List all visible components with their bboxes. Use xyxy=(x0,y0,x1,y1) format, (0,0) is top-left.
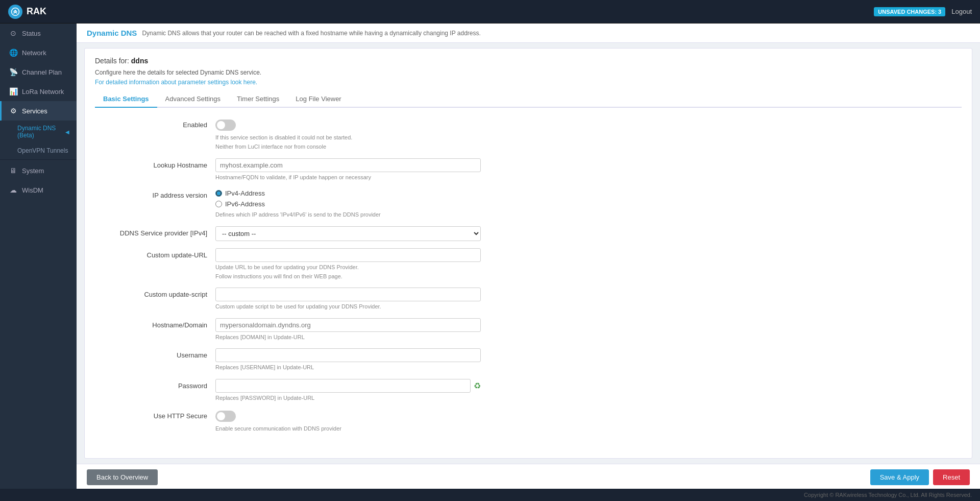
content-area: Dynamic DNS Dynamic DNS allows that your… xyxy=(77,23,980,489)
unsaved-badge: UNSAVED CHANGES: 3 xyxy=(874,7,945,16)
form-row-username: Username Replaces [USERNAME] in Update-U… xyxy=(95,348,962,371)
form-row-custom-url: Custom update-URL Update URL to be used … xyxy=(95,248,962,281)
tab-basic-settings[interactable]: Basic Settings xyxy=(95,91,157,108)
network-icon: 🌐 xyxy=(9,49,18,57)
sidebar-sub-item-dynamic-dns[interactable]: Dynamic DNS (Beta) ◀ xyxy=(0,121,77,143)
app-name: RAK xyxy=(27,6,46,17)
http-secure-toggle[interactable] xyxy=(215,411,236,422)
username-label: Username xyxy=(95,348,207,359)
sidebar-item-channel-plan[interactable]: 📡 Channel Plan xyxy=(0,62,77,82)
sidebar-item-services[interactable]: ⚙ Services xyxy=(0,101,77,121)
form-row-ip-version: IP address version IPv4-Address IPv6-Add… xyxy=(95,188,962,219)
enabled-label: Enabled xyxy=(95,118,207,129)
password-hint: Replaces [PASSWORD] in Update-URL xyxy=(215,394,481,402)
back-to-overview-button[interactable]: Back to Overview xyxy=(87,469,158,485)
config-link[interactable]: For detailed information about parameter… xyxy=(95,79,257,86)
ip-version-radio-group: IPv4-Address IPv6-Address xyxy=(215,189,481,208)
ipv4-radio-label[interactable]: IPv4-Address xyxy=(215,189,481,197)
lookup-hostname-hint: Hostname/FQDN to validate, if IP update … xyxy=(215,174,481,181)
form-row-custom-script: Custom update-script Custom update scrip… xyxy=(95,288,962,311)
tab-timer-settings[interactable]: Timer Settings xyxy=(229,91,287,108)
ddns-provider-label: DDNS Service provider [IPv4] xyxy=(95,226,207,237)
custom-url-label: Custom update-URL xyxy=(95,248,207,259)
sidebar-item-network[interactable]: 🌐 Network xyxy=(0,43,77,62)
main-layout: ⊙ Status 🌐 Network 📡 Channel Plan 📊 LoRa… xyxy=(0,23,980,489)
sidebar-item-lora-network[interactable]: 📊 LoRa Network xyxy=(0,82,77,101)
form-row-ddns-provider: DDNS Service provider [IPv4] -- custom -… xyxy=(95,226,962,241)
custom-script-input[interactable] xyxy=(215,288,481,301)
username-wrap: Replaces [USERNAME] in Update-URL xyxy=(215,348,481,371)
ipv6-radio-label[interactable]: IPv6-Address xyxy=(215,200,481,208)
sidebar-sub-item-openvpn[interactable]: OpenVPN Tunnels xyxy=(0,143,77,158)
enabled-hint2: Neither from LuCI interface nor from con… xyxy=(215,143,481,151)
services-icon: ⚙ xyxy=(9,107,18,115)
custom-script-hint: Custom update script to be used for upda… xyxy=(215,303,481,311)
password-input[interactable] xyxy=(215,379,471,393)
system-icon: 🖥 xyxy=(9,166,18,175)
app-logo: RAK xyxy=(8,5,46,19)
ip-version-label: IP address version xyxy=(95,188,207,199)
form-row-lookup-hostname: Lookup Hostname Hostname/FQDN to validat… xyxy=(95,158,962,181)
tab-log-file-viewer[interactable]: Log File Viewer xyxy=(287,91,349,108)
copyright-text: Copyright © RAKwireless Technology Co., … xyxy=(804,492,972,498)
enabled-wrap: If this service section is disabled it c… xyxy=(215,118,481,151)
enabled-hint1: If this service section is disabled it c… xyxy=(215,134,481,141)
hostname-domain-label: Hostname/Domain xyxy=(95,318,207,329)
sidebar-sub-label-openvpn: OpenVPN Tunnels xyxy=(17,147,68,154)
logo-icon xyxy=(8,5,22,19)
username-input[interactable] xyxy=(215,348,481,362)
hostname-domain-input[interactable] xyxy=(215,318,481,332)
chevron-icon: ◀ xyxy=(65,129,69,135)
sidebar-label-network: Network xyxy=(22,49,46,57)
ipv4-radio[interactable] xyxy=(215,190,222,197)
footer-right: Save & Apply Reset xyxy=(870,469,970,485)
sidebar-label-services: Services xyxy=(22,107,47,115)
logout-button[interactable]: Logout xyxy=(951,8,972,15)
http-secure-label: Use HTTP Secure xyxy=(95,409,207,420)
form-row-http-secure: Use HTTP Secure Enable secure communicat… xyxy=(95,409,962,433)
sidebar-label-system: System xyxy=(22,167,44,175)
ip-version-wrap: IPv4-Address IPv6-Address Defines which … xyxy=(215,188,481,219)
form-row-hostname-domain: Hostname/Domain Replaces [DOMAIN] in Upd… xyxy=(95,318,962,341)
details-name: ddns xyxy=(131,57,148,65)
page-description: Dynamic DNS allows that your router can … xyxy=(142,30,480,37)
lookup-hostname-input[interactable] xyxy=(215,158,481,172)
toggle-slider xyxy=(215,120,236,131)
topbar-right: UNSAVED CHANGES: 3 Logout xyxy=(874,7,972,16)
hostname-domain-hint: Replaces [DOMAIN] in Update-URL xyxy=(215,333,481,341)
page-title: Dynamic DNS xyxy=(87,29,137,37)
ipv6-label: IPv6-Address xyxy=(225,200,265,208)
details-header: Details for: ddns xyxy=(95,57,962,65)
ipv6-radio[interactable] xyxy=(215,201,222,207)
password-toggle-icon[interactable]: ♻ xyxy=(474,381,481,391)
card-body: Details for: ddns Configure here the det… xyxy=(85,49,972,458)
lora-icon: 📊 xyxy=(9,87,18,96)
sidebar: ⊙ Status 🌐 Network 📡 Channel Plan 📊 LoRa… xyxy=(0,23,77,489)
sidebar-label-status: Status xyxy=(22,30,41,37)
reset-button[interactable]: Reset xyxy=(933,469,970,485)
config-description: Configure here the details for selected … xyxy=(95,69,962,76)
form-row-password: Password ♻ Replaces [PASSWORD] in Update… xyxy=(95,379,962,402)
lookup-hostname-wrap: Hostname/FQDN to validate, if IP update … xyxy=(215,158,481,181)
sidebar-item-wisdm[interactable]: ☁ WisDM xyxy=(0,180,77,200)
status-icon: ⊙ xyxy=(9,29,18,37)
lookup-hostname-label: Lookup Hostname xyxy=(95,158,207,169)
enabled-toggle[interactable] xyxy=(215,120,236,131)
custom-url-input[interactable] xyxy=(215,248,481,262)
tab-advanced-settings[interactable]: Advanced Settings xyxy=(157,91,229,108)
password-wrap: ♻ Replaces [PASSWORD] in Update-URL xyxy=(215,379,481,402)
hostname-domain-wrap: Replaces [DOMAIN] in Update-URL xyxy=(215,318,481,341)
wisdm-icon: ☁ xyxy=(9,186,18,194)
sidebar-item-status[interactable]: ⊙ Status xyxy=(0,23,77,43)
tab-bar: Basic Settings Advanced Settings Timer S… xyxy=(95,91,962,108)
channel-plan-icon: 📡 xyxy=(9,68,18,76)
save-apply-button[interactable]: Save & Apply xyxy=(870,469,929,485)
custom-url-hint1: Update URL to be used for updating your … xyxy=(215,264,481,271)
form-basic-settings: Enabled If this service section is disab… xyxy=(95,108,962,450)
sidebar-item-system[interactable]: 🖥 System xyxy=(0,161,77,180)
http-secure-wrap: Enable secure communication with DDNS pr… xyxy=(215,409,481,433)
ddns-provider-select[interactable]: -- custom -- dyndns.org noip.com afraid.… xyxy=(215,226,481,241)
ddns-provider-wrap: -- custom -- dyndns.org noip.com afraid.… xyxy=(215,226,481,241)
username-hint: Replaces [USERNAME] in Update-URL xyxy=(215,364,481,371)
details-label: Details for: xyxy=(95,57,129,65)
